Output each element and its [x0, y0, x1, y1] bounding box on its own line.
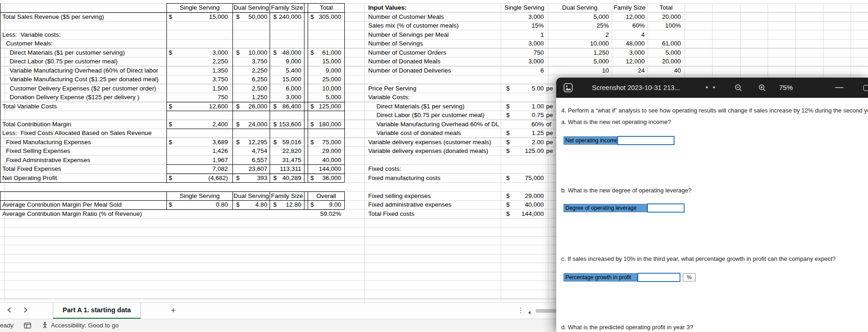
value-cell[interactable]: 31,475 — [278, 156, 301, 165]
value-cell[interactable]: 2,500 — [237, 84, 267, 93]
value-cell[interactable]: 1,426 — [177, 146, 228, 156]
column-header-cell[interactable]: Family Size — [612, 3, 647, 12]
zoom-in-icon[interactable] — [758, 84, 767, 94]
row-label-cell[interactable]: Variable Manufacturing Overhead 60% of D… — [368, 120, 509, 129]
value-cell[interactable]: 10,000 — [313, 84, 341, 93]
value-cell[interactable]: 40,289 — [278, 174, 301, 183]
value-cell[interactable]: 22,820 — [278, 146, 301, 156]
value-cell[interactable]: 40,000 — [498, 200, 544, 209]
value-cell[interactable]: 6 — [498, 66, 544, 75]
value-cell[interactable]: 750 — [498, 48, 544, 57]
value-cell[interactable]: 6,000 — [278, 84, 301, 93]
value-cell[interactable]: 3,750 — [177, 75, 228, 84]
value-cell[interactable]: 61,000 — [635, 39, 681, 48]
value-cell[interactable]: 10,000 — [237, 48, 267, 57]
tab-overflow-icon[interactable]: ⋮ — [517, 303, 524, 318]
row-label-cell[interactable]: Number of Servings — [368, 39, 500, 48]
value-cell[interactable]: 0.75 — [498, 111, 544, 120]
value-cell[interactable]: 100% — [635, 21, 681, 30]
value-cell[interactable]: 5,000 — [635, 48, 681, 57]
value-cell[interactable]: 153,600 — [278, 120, 301, 129]
value-cell[interactable]: 20,000 — [635, 12, 681, 22]
row-label-cell[interactable]: Variable delivery expenses (customer mea… — [368, 138, 500, 147]
column-header-cell[interactable]: Single Serving — [167, 191, 232, 201]
value-cell[interactable]: 15,000 — [278, 75, 301, 84]
value-cell[interactable]: 2,400 — [177, 120, 228, 129]
row-label-cell[interactable]: Net Operating Profit — [2, 174, 166, 183]
row-label-cell[interactable]: Total Fixed Expenses — [2, 164, 166, 174]
row-label-cell[interactable]: Customer Delivery Expenses ($2 per custo… — [2, 84, 173, 93]
value-cell[interactable]: 9,000 — [278, 57, 301, 66]
value-cell[interactable]: 86,400 — [278, 102, 301, 111]
row-label-cell[interactable]: Customer Meals: — [2, 39, 169, 48]
value-cell[interactable]: 29,000 — [313, 146, 341, 156]
value-cell[interactable]: 1,350 — [177, 66, 228, 75]
value-cell[interactable]: 1,250 — [237, 93, 267, 102]
value-cell[interactable]: 6,250 — [237, 75, 267, 84]
value-cell[interactable]: 0.80 — [177, 200, 228, 209]
sheet-tab-part-a-starting-data[interactable]: Part A 1. starting data — [53, 303, 141, 319]
row-label-cell[interactable]: Sales mix (% of customer meals) — [368, 21, 500, 30]
value-cell[interactable]: 20,000 — [635, 57, 681, 66]
value-cell[interactable]: 3,000 — [498, 12, 544, 22]
value-cell[interactable]: 5,400 — [278, 66, 301, 75]
value-cell[interactable]: 36,000 — [313, 174, 341, 183]
value-cell[interactable]: 240,000 — [278, 12, 301, 22]
maximize-button[interactable] — [863, 85, 868, 91]
value-cell[interactable]: 26,000 — [237, 102, 267, 111]
value-cell[interactable]: 15,000 — [177, 12, 228, 22]
value-cell[interactable]: 29,000 — [498, 191, 544, 201]
row-label-cell[interactable]: Direct Materials ($1 per customer servin… — [2, 48, 173, 57]
value-cell[interactable]: 750 — [177, 93, 228, 102]
zoom-out-icon[interactable] — [734, 84, 743, 94]
value-cell[interactable]: 9.00 — [313, 200, 341, 209]
row-label-cell[interactable]: Variable Costs: — [368, 93, 500, 102]
value-cell[interactable]: 305,000 — [313, 12, 341, 22]
value-cell[interactable]: 1.00 — [498, 102, 544, 111]
value-cell[interactable]: 125,000 — [313, 102, 341, 111]
value-cell[interactable]: 40 — [635, 66, 681, 75]
row-label-cell[interactable]: Donation Delivery Expense ($125 per deli… — [2, 93, 173, 102]
row-label-cell[interactable]: Number of Servings per Meal — [368, 30, 500, 39]
value-cell[interactable]: 1.25 — [498, 129, 544, 138]
value-cell[interactable]: 9,000 — [313, 66, 341, 75]
value-cell[interactable]: 144,000 — [498, 209, 544, 219]
value-cell[interactable]: 59.02% — [313, 209, 341, 219]
value-cell[interactable]: 5.00 — [498, 84, 544, 93]
currency-cell[interactable]: $ — [169, 48, 176, 57]
value-cell[interactable]: 2.00 — [498, 138, 544, 147]
hscroll-left-icon[interactable] — [527, 309, 531, 317]
row-label-cell[interactable]: Fixed Selling Expenses — [2, 146, 169, 156]
value-cell[interactable]: 4.80 — [237, 200, 267, 209]
value-cell[interactable]: 40,000 — [313, 156, 341, 165]
row-label-cell[interactable]: Direct Materials ($1 per serving) — [368, 102, 509, 111]
currency-cell[interactable]: $ — [169, 12, 176, 22]
column-header-cell[interactable]: Single Serving — [167, 3, 232, 12]
row-label-cell[interactable]: Input Values: — [368, 3, 500, 12]
row-label-cell[interactable]: Variable Manufacturing Overhead (60% of … — [2, 66, 173, 75]
row-label-cell[interactable]: Total Contribution Margin — [2, 120, 166, 129]
row-label-cell[interactable]: Total Sales Revenue ($5 per serving) — [2, 12, 166, 22]
value-cell[interactable]: 2,250 — [237, 66, 267, 75]
column-header-cell[interactable]: Family Size — [270, 191, 304, 201]
value-cell[interactable]: 7,082 — [177, 164, 228, 174]
value-cell[interactable]: 2,250 — [177, 57, 228, 66]
row-label-cell[interactable]: Average Contribution Margin Ratio (% of … — [2, 209, 166, 219]
value-cell[interactable]: 3,000 — [498, 57, 544, 66]
column-header-cell[interactable]: Total — [647, 3, 685, 12]
value-cell[interactable]: 60% — [498, 120, 544, 129]
value-cell[interactable]: 59,016 — [278, 138, 301, 147]
value-cell[interactable]: 75,000 — [313, 138, 341, 147]
value-cell[interactable]: 180,000 — [313, 120, 341, 129]
row-label-cell[interactable]: Number of Customer Orders — [368, 48, 500, 57]
row-label-cell[interactable]: Number of Donated Deliveries — [368, 66, 500, 75]
more-options-icon[interactable]: • • — [706, 78, 717, 96]
sheet-nav-right-icon[interactable] — [21, 307, 30, 315]
value-cell[interactable]: 144,000 — [313, 164, 341, 174]
column-header-cell[interactable]: Dual Serving — [233, 3, 270, 12]
value-cell[interactable]: 1,500 — [177, 84, 228, 93]
value-cell[interactable]: 3,750 — [237, 57, 267, 66]
minimize-button[interactable]: — — [835, 78, 843, 96]
value-cell[interactable]: 3,000 — [177, 48, 228, 57]
value-cell[interactable]: 6,557 — [237, 156, 267, 165]
